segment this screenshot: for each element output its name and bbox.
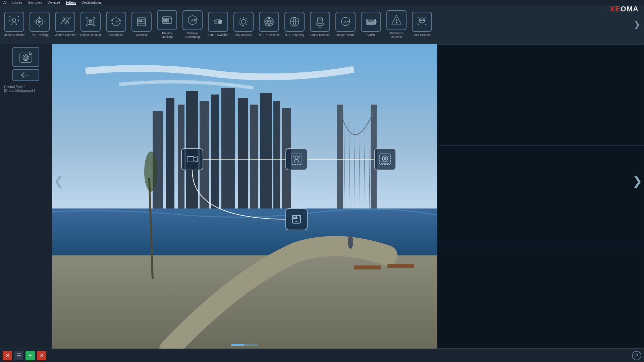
feed-progress bbox=[231, 344, 258, 346]
svg-point-91 bbox=[295, 156, 298, 159]
face-detector-icon-box bbox=[412, 12, 432, 32]
visitors-counter-icon-box: +N bbox=[55, 12, 75, 32]
nav-samples[interactable]: Samples bbox=[28, 0, 42, 4]
nav-arrow-right[interactable]: ❯ bbox=[631, 168, 644, 194]
svg-point-58 bbox=[29, 54, 31, 55]
pipeline-motion-node[interactable] bbox=[285, 148, 308, 170]
toolbar-marking[interactable]: T Marking bbox=[129, 6, 154, 43]
remove-button[interactable]: ✕ bbox=[3, 351, 12, 360]
toolbar-face-detector[interactable]: Face Detector bbox=[410, 6, 434, 43]
scheduler-icon-box bbox=[106, 12, 126, 32]
motion-detector-icon-box bbox=[4, 12, 24, 32]
problems-detector-label: Problems Detector bbox=[386, 32, 407, 39]
sound-detector-label: Sound Detector bbox=[310, 33, 331, 37]
svg-line-2 bbox=[17, 16, 19, 17]
svg-point-5 bbox=[62, 18, 65, 20]
toolbar-http-switcher[interactable]: HTTP Switcher bbox=[257, 6, 281, 43]
svg-text:+N: +N bbox=[68, 17, 71, 20]
image-rotate-icon-box bbox=[335, 12, 356, 32]
problems-detector-icon bbox=[390, 14, 402, 26]
toolbar-image-rotate[interactable]: Image Rotate bbox=[333, 6, 358, 43]
svg-rect-97 bbox=[381, 162, 389, 163]
nav-all-modules[interactable]: All modules bbox=[3, 0, 22, 4]
svg-point-53 bbox=[421, 20, 422, 21]
nav-arrow-left[interactable]: ❮ bbox=[52, 168, 65, 194]
toolbar-sound-detector[interactable]: Sound Detector bbox=[308, 6, 332, 43]
feed-progress-inner bbox=[231, 344, 245, 346]
svg-text:360°: 360° bbox=[191, 18, 198, 22]
toolbar-problems-detector[interactable]: Problems Detector bbox=[384, 6, 409, 43]
privacy-masking-label: Privacy Masking bbox=[156, 32, 178, 39]
scene-svg bbox=[52, 44, 437, 349]
toolbar-http-marking[interactable]: T HTTP Marking bbox=[282, 6, 307, 43]
back-icon bbox=[21, 71, 31, 79]
svg-rect-15 bbox=[139, 20, 142, 21]
svg-rect-99 bbox=[293, 216, 297, 219]
sidebar-group-label: Central Park 2 bbox=[1, 85, 50, 89]
svg-point-4 bbox=[39, 21, 40, 22]
toolbar-motion-detector[interactable]: Motion Detector bbox=[2, 6, 26, 43]
close-button[interactable]: ✕ bbox=[37, 351, 46, 360]
sidebar-back-button[interactable] bbox=[12, 69, 39, 81]
svg-point-6 bbox=[66, 18, 68, 20]
svg-rect-71 bbox=[273, 101, 280, 212]
svg-rect-62 bbox=[166, 98, 174, 212]
http-switcher-icon bbox=[263, 16, 275, 28]
svg-rect-70 bbox=[260, 93, 272, 212]
pipeline-object-node[interactable] bbox=[374, 148, 396, 170]
toolbar-fisheye-dewarping[interactable]: 360° Fisheye Dewarping bbox=[180, 6, 205, 43]
face-detector-label: Face Detector bbox=[413, 33, 432, 37]
button-switcher-icon bbox=[212, 16, 224, 28]
day-detector-icon bbox=[237, 16, 250, 28]
list-button[interactable]: ☰ bbox=[14, 351, 23, 360]
toolbar-scroll-right[interactable]: ❯ bbox=[632, 11, 642, 38]
svg-rect-86 bbox=[387, 264, 414, 268]
marking-icon-box: T bbox=[131, 12, 152, 32]
add-button[interactable]: + bbox=[25, 351, 35, 360]
nav-filters[interactable]: Filters bbox=[66, 0, 76, 5]
toolbar-ptz-tracking[interactable]: PTZ Tracking bbox=[28, 6, 52, 43]
nav-destinations[interactable]: Destinations bbox=[82, 0, 102, 4]
sidebar-camera-button[interactable] bbox=[12, 47, 39, 67]
extra-feed-3 bbox=[437, 247, 644, 349]
pipeline-preview-node[interactable] bbox=[285, 208, 308, 230]
marking-label: Marking bbox=[136, 33, 147, 37]
svg-point-25 bbox=[241, 19, 246, 24]
svg-point-0 bbox=[12, 18, 16, 21]
svg-rect-66 bbox=[211, 95, 219, 212]
toolbar-anpr[interactable]: ANPR bbox=[359, 6, 383, 43]
button-switcher-icon-box bbox=[208, 12, 228, 32]
pipeline-camera-node[interactable] bbox=[181, 148, 203, 170]
visitors-counter-icon: +N bbox=[59, 16, 71, 28]
visitors-counter-label: Visitors Counter bbox=[54, 33, 76, 37]
marking-icon: T bbox=[136, 16, 148, 28]
svg-line-31 bbox=[246, 24, 247, 25]
svg-point-87 bbox=[348, 235, 353, 249]
http-marking-icon-box: T bbox=[284, 12, 305, 32]
scheduler-icon bbox=[110, 16, 122, 28]
extra-feed-1 bbox=[437, 44, 644, 146]
http-marking-icon: T bbox=[288, 16, 301, 28]
svg-text:T: T bbox=[292, 21, 294, 24]
toolbar-button-switcher[interactable]: Button Switcher bbox=[206, 6, 230, 43]
toolbar-object-detector[interactable]: Object Detector bbox=[78, 6, 103, 43]
http-marking-label: HTTP Marking bbox=[285, 33, 304, 37]
svg-line-32 bbox=[246, 18, 247, 19]
help-button[interactable]: ? bbox=[632, 351, 641, 360]
face-detector-icon bbox=[416, 16, 428, 28]
svg-text:T: T bbox=[139, 17, 141, 20]
object-detector-icon bbox=[85, 16, 97, 28]
camera-feed bbox=[52, 44, 437, 349]
http-switcher-label: HTTP Switcher bbox=[259, 33, 279, 37]
main-area bbox=[52, 44, 644, 349]
toolbar-visitors-counter[interactable]: +N Visitors Counter bbox=[53, 6, 77, 43]
sound-detector-icon bbox=[314, 16, 326, 28]
nav-devices[interactable]: Devices bbox=[48, 0, 61, 4]
toolbar-privacy-masking[interactable]: Privacy Masking bbox=[155, 6, 179, 43]
toolbar-scheduler[interactable]: Scheduler bbox=[104, 6, 128, 43]
toolbar-day-detector[interactable]: Day Detector bbox=[231, 6, 256, 43]
pipeline-object-icon bbox=[378, 153, 392, 166]
left-sidebar: Central Park 2 [Group1/Subgroup11 bbox=[0, 44, 52, 349]
svg-rect-18 bbox=[164, 19, 166, 22]
svg-rect-40 bbox=[317, 17, 323, 24]
